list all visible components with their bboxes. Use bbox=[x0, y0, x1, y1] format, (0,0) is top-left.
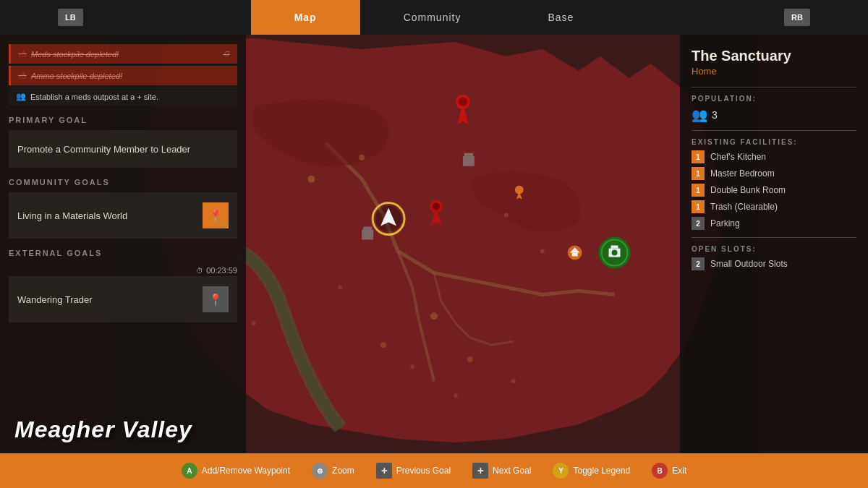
external-timer: 00:23:59 bbox=[206, 266, 237, 275]
right-panel: The Sanctuary Home POPULATION: 👥 3 EXIST… bbox=[680, 35, 868, 453]
svg-point-32 bbox=[612, 249, 618, 255]
svg-point-11 bbox=[511, 379, 516, 383]
open-slots-label: OPEN SLOTS: bbox=[692, 245, 856, 253]
population-count: 3 bbox=[712, 109, 718, 121]
primary-goal-text: Promote a Community Member to Leader bbox=[17, 144, 229, 155]
next-goal-button[interactable]: ✛ bbox=[472, 463, 488, 479]
community-goal-pin-button[interactable]: 📍 bbox=[203, 202, 229, 228]
tab-map[interactable]: Map bbox=[251, 0, 360, 35]
action-zoom: ⊕ Zoom bbox=[312, 463, 354, 479]
facility-master-bedroom: 1 Master Bedroom bbox=[692, 167, 856, 180]
pin-icon-active: 📍 bbox=[208, 209, 223, 223]
svg-point-7 bbox=[504, 213, 509, 218]
svg-point-5 bbox=[380, 342, 386, 348]
facility-name-4: Trash (Clearable) bbox=[710, 202, 778, 212]
pin-icon-inactive: 📍 bbox=[208, 293, 223, 307]
action-toggle-legend: Y Toggle Legend bbox=[553, 463, 630, 479]
action-prev-goal: ✛ Previous Goal bbox=[376, 463, 451, 479]
divider-3 bbox=[692, 237, 856, 238]
alert-meds: ⚠ Meds stockpile depleted! 🗒 bbox=[9, 44, 237, 64]
toggle-legend-label: Toggle Legend bbox=[573, 466, 630, 476]
svg-point-22 bbox=[459, 98, 467, 106]
lb-button[interactable]: LB bbox=[58, 9, 83, 26]
bottom-bar: A Add/Remove Waypoint ⊕ Zoom ✛ Previous … bbox=[0, 453, 868, 488]
facility-parking: 2 Parking bbox=[692, 217, 856, 230]
svg-point-9 bbox=[410, 364, 414, 369]
svg-point-25 bbox=[433, 203, 440, 210]
facility-name-5: Parking bbox=[710, 218, 740, 228]
primary-goal-item: Promote a Community Member to Leader bbox=[9, 130, 237, 168]
population-icon: 👥 bbox=[692, 107, 707, 123]
add-waypoint-label: Add/Remove Waypoint bbox=[202, 466, 290, 476]
prev-goal-button[interactable]: ✛ bbox=[376, 463, 392, 479]
community-goals-section: COMMUNITY GOALS Living in a Materials Wo… bbox=[9, 178, 237, 239]
external-goal-text: Wandering Trader bbox=[17, 294, 203, 305]
community-goal-item[interactable]: Living in a Materials World 📍 bbox=[9, 192, 237, 239]
alert-ammo-text: Ammo stockpile depleted! bbox=[31, 72, 122, 80]
primary-goal-section: PRIMARY GOAL Promote a Community Member … bbox=[9, 116, 237, 168]
facilities-label: EXISTING FACILITIES: bbox=[692, 138, 856, 146]
primary-goal-title: PRIMARY GOAL bbox=[9, 116, 237, 124]
facility-name-3: Double Bunk Room bbox=[710, 185, 786, 195]
alert-icon-ammo: ⚠ bbox=[18, 70, 27, 81]
next-goal-label: Next Goal bbox=[493, 466, 531, 476]
open-slot-1: 2 Small Outdoor Slots bbox=[692, 257, 856, 270]
svg-point-6 bbox=[540, 249, 545, 253]
action-exit: B Exit bbox=[652, 463, 686, 479]
svg-rect-14 bbox=[464, 153, 473, 156]
action-add-waypoint: A Add/Remove Waypoint bbox=[182, 463, 290, 479]
svg-point-4 bbox=[467, 356, 473, 362]
exit-label: Exit bbox=[672, 466, 686, 476]
facility-chefs-kitchen: 1 Chef's Kitchen bbox=[692, 150, 856, 163]
alert-meds-text: Meds stockpile depleted! bbox=[31, 50, 119, 59]
external-timer-row: ⏱ 00:23:59 bbox=[9, 263, 237, 276]
tab-base[interactable]: Base bbox=[504, 0, 617, 35]
external-goals-title: EXTERNAL GOALS bbox=[9, 249, 237, 257]
svg-point-2 bbox=[359, 155, 365, 160]
meds-icon: 🗒 bbox=[223, 50, 230, 58]
facility-double-bunk: 1 Double Bunk Room bbox=[692, 184, 856, 197]
y-button[interactable]: Y bbox=[553, 463, 569, 479]
info-meds-text: Establish a meds outpost at a + site. bbox=[30, 93, 158, 101]
alert-icon-meds: ⚠ bbox=[18, 48, 27, 59]
svg-point-3 bbox=[430, 312, 438, 320]
a-button[interactable]: A bbox=[182, 463, 197, 479]
facility-name-2: Master Bedroom bbox=[710, 168, 775, 179]
svg-rect-15 bbox=[362, 230, 373, 240]
rb-button[interactable]: RB bbox=[784, 9, 810, 26]
divider-1 bbox=[692, 87, 856, 87]
external-goals-section: EXTERNAL GOALS ⏱ 00:23:59 Wandering Trad… bbox=[9, 249, 237, 322]
clock-icon: ⏱ bbox=[196, 267, 203, 275]
svg-rect-31 bbox=[611, 245, 618, 248]
external-goal-pin-button[interactable]: 📍 bbox=[203, 286, 229, 312]
community-goals-title: COMMUNITY GOALS bbox=[9, 178, 237, 187]
population-label: POPULATION: bbox=[692, 95, 856, 103]
community-goal-text: Living in a Materials World bbox=[17, 210, 203, 221]
sanctuary-subtitle: Home bbox=[692, 66, 856, 77]
external-goal-item[interactable]: Wandering Trader 📍 bbox=[9, 276, 237, 322]
svg-rect-13 bbox=[463, 156, 475, 166]
b-button[interactable]: B bbox=[652, 463, 668, 479]
prev-goal-label: Previous Goal bbox=[396, 466, 451, 476]
location-name: Meagher Valley bbox=[14, 416, 192, 443]
population-row: 👥 3 bbox=[692, 107, 856, 123]
svg-rect-35 bbox=[572, 252, 578, 256]
svg-point-8 bbox=[338, 285, 342, 289]
divider-2 bbox=[692, 130, 856, 131]
facility-badge-1: 1 bbox=[692, 150, 705, 163]
facility-name-1: Chef's Kitchen bbox=[710, 152, 766, 162]
zoom-label: Zoom bbox=[332, 466, 354, 476]
info-person-icon: 👥 bbox=[16, 92, 26, 101]
info-meds-outpost: 👥 Establish a meds outpost at a + site. bbox=[9, 87, 237, 106]
svg-point-12 bbox=[251, 321, 255, 325]
facility-trash: 1 Trash (Clearable) bbox=[692, 200, 856, 213]
facility-badge-4: 1 bbox=[692, 200, 705, 213]
facility-badge-3: 1 bbox=[692, 184, 705, 197]
tab-community[interactable]: Community bbox=[360, 0, 505, 35]
b-zoom-button[interactable]: ⊕ bbox=[312, 463, 328, 479]
top-navigation: LB Map Community Base RB bbox=[0, 0, 868, 35]
svg-point-27 bbox=[515, 186, 524, 194]
map-location: Meagher Valley bbox=[14, 416, 192, 443]
sanctuary-name: The Sanctuary bbox=[692, 48, 856, 64]
open-slot-name-1: Small Outdoor Slots bbox=[710, 259, 788, 269]
